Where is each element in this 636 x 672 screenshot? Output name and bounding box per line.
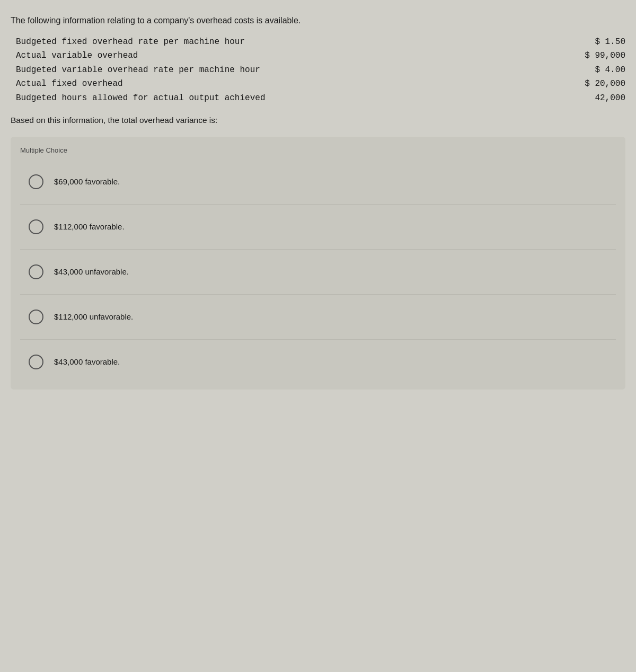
info-row: Actual fixed overhead$ 20,000 — [16, 77, 625, 91]
multiple-choice-container: Multiple Choice $69,000 favorable.$112,0… — [11, 137, 625, 390]
choice-text: $43,000 favorable. — [54, 357, 120, 366]
info-value: $ 99,000 — [572, 49, 625, 63]
choice-option[interactable]: $112,000 favorable. — [20, 205, 616, 250]
radio-button[interactable] — [29, 264, 43, 279]
info-value: $ 20,000 — [572, 77, 625, 91]
info-label: Actual variable overhead — [16, 49, 159, 63]
info-label: Budgeted variable overhead rate per mach… — [16, 63, 281, 77]
question-text: Based on this information, the total ove… — [11, 116, 625, 125]
info-label: Budgeted hours allowed for actual output… — [16, 91, 286, 105]
choice-option[interactable]: $69,000 favorable. — [20, 160, 616, 205]
info-row: Budgeted fixed overhead rate per machine… — [16, 35, 625, 49]
info-table: Budgeted fixed overhead rate per machine… — [11, 35, 625, 105]
info-value: 42,000 — [572, 91, 625, 105]
radio-button[interactable] — [29, 310, 43, 324]
intro-text: The following information relating to a … — [11, 16, 625, 25]
info-value: $ 1.50 — [572, 35, 625, 49]
radio-button[interactable] — [29, 219, 43, 234]
multiple-choice-label: Multiple Choice — [20, 146, 616, 154]
info-row: Budgeted hours allowed for actual output… — [16, 91, 625, 105]
radio-button[interactable] — [29, 355, 43, 369]
info-label: Budgeted fixed overhead rate per machine… — [16, 35, 266, 49]
info-value: $ 4.00 — [572, 63, 625, 77]
choice-text: $112,000 favorable. — [54, 222, 125, 231]
info-row: Actual variable overhead$ 99,000 — [16, 49, 625, 63]
radio-button[interactable] — [29, 174, 43, 189]
choice-text: $112,000 unfavorable. — [54, 312, 133, 321]
choice-option[interactable]: $43,000 unfavorable. — [20, 250, 616, 295]
choice-option[interactable]: $43,000 favorable. — [20, 340, 616, 384]
choice-text: $43,000 unfavorable. — [54, 267, 129, 276]
info-label: Actual fixed overhead — [16, 77, 144, 91]
info-row: Budgeted variable overhead rate per mach… — [16, 63, 625, 77]
choice-text: $69,000 favorable. — [54, 177, 120, 186]
choice-option[interactable]: $112,000 unfavorable. — [20, 295, 616, 340]
